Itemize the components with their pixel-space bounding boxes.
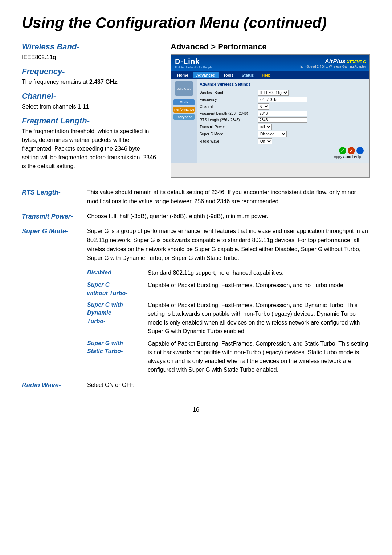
label-rts-length: RTS Length (256 - 2346) (200, 118, 258, 122)
form-row-transmit-power: Transmit Power full (200, 124, 367, 130)
label-channel: Channel (200, 105, 258, 109)
super-g-without-turbo-sub-def: Super Gwithout Turbo- Capable of Packet … (87, 281, 370, 297)
performance-button[interactable]: Performance (173, 107, 195, 113)
super-g-mode-body: Super G is a group of performance enhanc… (87, 227, 370, 263)
form-row-fragment-length: Fragment Length (256 - 2346) (200, 111, 367, 116)
fragment-length-heading: Fragment Length- (22, 116, 156, 126)
super-g-dynamic-turbo-body: Capable of Packet Bursting, FastFrames, … (148, 301, 370, 336)
form-row-rts-length: RTS Length (256 - 2346) (200, 117, 367, 123)
wireless-band-heading: Wireless Band- (22, 42, 156, 52)
encryption-button[interactable]: Encryption (173, 114, 195, 120)
rts-length-term: RTS Length- (22, 188, 87, 206)
dlink-ui-screenshot: D-Link Building Networks for People AirP… (171, 54, 370, 178)
select-transmit-power[interactable]: full (258, 124, 272, 130)
super-g-static-turbo-term: Super G withStatic Turbo- (87, 339, 143, 374)
input-fragment-length[interactable] (258, 111, 307, 116)
nav-home[interactable]: Home (173, 72, 192, 78)
nav-tools[interactable]: Tools (220, 72, 237, 78)
select-channel[interactable]: 6 (258, 103, 269, 110)
transmit-power-definition: Transmit Power- Choose full, half (-3dB)… (22, 212, 370, 221)
super-g-static-turbo-body: Capable of Packet Bursting, FastFrames, … (148, 339, 370, 374)
channel-section: Channel- Select from channels 1-11. (22, 91, 156, 111)
input-frequency[interactable] (258, 97, 307, 102)
form-row-frequency: Frequency (200, 97, 367, 102)
radio-wave-term: Radio Wave- (22, 381, 87, 390)
fragment-length-text: The fragmentation threshold, which is sp… (22, 127, 156, 171)
label-transmit-power: Transmit Power (200, 125, 258, 129)
top-section: Wireless Band- IEEE802.11g Frequency- Th… (22, 42, 370, 178)
xtreme-text: XTREME G (347, 60, 366, 64)
label-fragment-length: Fragment Length (256 - 2346) (200, 111, 258, 115)
label-radio-wave: Radio Wave (200, 139, 258, 143)
fragment-length-section: Fragment Length- The fragmentation thres… (22, 116, 156, 171)
page-number: 16 (22, 407, 370, 413)
dlink-brand-name: D-Link (175, 57, 212, 66)
select-super-g-mode[interactable]: Disabled (258, 131, 287, 137)
wireless-band-text: IEEE802.11g (22, 53, 156, 62)
mode-button[interactable]: Mode (173, 99, 195, 105)
super-g-without-turbo-body: Capable of Packet Bursting, FastFrames, … (148, 281, 370, 297)
radio-wave-definition: Radio Wave- Select ON or OFF. (22, 381, 370, 390)
dlink-main-form: Advance Wireless Settings Wireless Band … (197, 79, 369, 163)
dlink-actions: ✓ ✗ + Apply Cancel Help (200, 146, 367, 160)
right-column: Advanced > Performance D-Link Building N… (171, 42, 370, 178)
dlink-body: DWL-G820 Mode Performance Encryption Adv… (171, 79, 369, 163)
select-radio-wave[interactable]: On (258, 138, 272, 144)
main-content: Wireless Band- IEEE802.11g Frequency- Th… (22, 42, 370, 413)
apply-button[interactable]: ✓ (339, 147, 346, 154)
form-row-radio-wave: Radio Wave On (200, 138, 367, 144)
help-button[interactable]: + (356, 147, 364, 154)
dlink-airplus: AirPlus XTREME G High-Speed 2.4GHz Wirel… (299, 58, 366, 68)
product-line-text: High-Speed 2.4GHz Wireless Gaming Adapte… (299, 65, 366, 68)
super-g-mode-definition: Super G Mode- Super G is a group of perf… (22, 227, 370, 263)
dlink-sidebar: DWL-G820 Mode Performance Encryption (171, 79, 197, 163)
super-g-static-turbo-sub-def: Super G withStatic Turbo- Capable of Pac… (87, 339, 370, 374)
disabled-body: Standard 802.11g support, no enhanced ca… (148, 269, 370, 277)
nav-help[interactable]: Help (258, 72, 274, 78)
nav-advanced[interactable]: Advanced (193, 72, 219, 78)
nav-status[interactable]: Status (238, 72, 258, 78)
disabled-sub-def: Disabled- Standard 802.11g support, no e… (87, 269, 370, 277)
rts-length-body: This value should remain at its default … (87, 188, 370, 206)
frequency-heading: Frequency- (22, 67, 156, 76)
form-row-wireless-band: Wireless Band IEEE802.11g (200, 90, 367, 96)
airplus-text: AirPlus XTREME G (299, 58, 366, 65)
channel-heading: Channel- (22, 91, 156, 101)
cancel-button[interactable]: ✗ (348, 147, 355, 154)
dlink-header: D-Link Building Networks for People AirP… (171, 55, 369, 71)
action-labels: Apply Cancel Help (334, 155, 364, 159)
sub-definitions: Disabled- Standard 802.11g support, no e… (87, 269, 370, 378)
label-super-g-mode: Super G Mode (200, 132, 258, 136)
channel-text: Select from channels 1-11. (22, 102, 156, 111)
super-g-dynamic-turbo-sub-def: Super G withDynamicTurbo- Capable of Pac… (87, 301, 370, 336)
model-label: DWL-G820 (177, 87, 191, 90)
super-g-dynamic-turbo-term: Super G withDynamicTurbo- (87, 301, 143, 336)
dlink-logo: D-Link Building Networks for People (175, 57, 212, 69)
label-frequency: Frequency (200, 98, 258, 102)
super-g-without-turbo-term: Super Gwithout Turbo- (87, 281, 143, 297)
radio-wave-body: Select ON or OFF. (87, 381, 370, 390)
dlink-brand-sub: Building Networks for People (175, 66, 212, 69)
form-row-super-g-mode: Super G Mode Disabled (200, 131, 367, 137)
select-wireless-band[interactable]: IEEE802.11g (258, 90, 289, 96)
advanced-performance-heading: Advanced > Performance (171, 42, 370, 52)
form-title: Advance Wireless Settings (200, 82, 367, 87)
transmit-power-term: Transmit Power- (22, 212, 87, 221)
disabled-term: Disabled- (87, 269, 143, 277)
input-rts-length[interactable] (258, 117, 307, 123)
device-image: DWL-G820 (175, 81, 193, 96)
transmit-power-body: Choose full, half (-3dB), quarter (-6dB)… (87, 212, 370, 221)
airplus-brand: AirPlus (325, 58, 345, 64)
page-title: Using the Configuration Menu (continued) (22, 15, 370, 31)
left-column: Wireless Band- IEEE802.11g Frequency- Th… (22, 42, 156, 178)
wireless-band-section: Wireless Band- IEEE802.11g (22, 42, 156, 62)
label-wireless-band: Wireless Band (200, 91, 258, 95)
frequency-text: The frequency remains at 2.437 GHz. (22, 78, 156, 86)
super-g-mode-term: Super G Mode- (22, 227, 87, 263)
frequency-section: Frequency- The frequency remains at 2.43… (22, 67, 156, 86)
dlink-nav: Home Advanced Tools Status Help (171, 71, 369, 79)
rts-length-definition: RTS Length- This value should remain at … (22, 188, 370, 206)
form-row-channel: Channel 6 (200, 103, 367, 110)
